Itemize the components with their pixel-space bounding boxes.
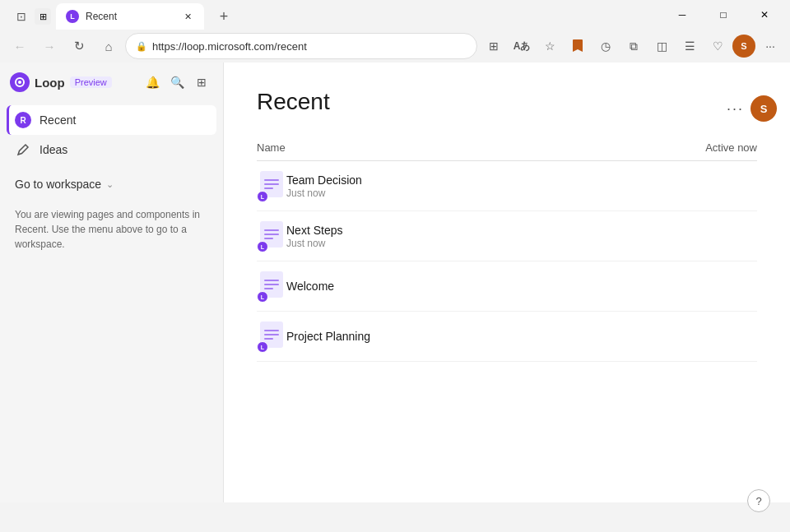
loop-logo — [10, 72, 30, 92]
sidebar-item-ideas[interactable]: Ideas — [7, 135, 216, 164]
sidebar-item-recent[interactable]: R Recent — [7, 105, 216, 135]
file-time: Just now — [286, 187, 757, 199]
sidebar-header: Loop Preview 🔔 🔍 ⊞ — [0, 62, 223, 102]
file-info: Team Decision Just now — [286, 173, 757, 199]
active-tab[interactable]: L Recent ✕ — [56, 3, 204, 30]
file-info: Next Steps Just now — [286, 224, 757, 249]
sidebar-description: You are viewing pages and components in … — [0, 197, 223, 261]
app-name: Loop — [35, 76, 65, 90]
file-row[interactable]: L Team Decision Just now — [257, 161, 757, 211]
recent-icon: R — [15, 112, 31, 128]
preview-badge: Preview — [70, 76, 112, 88]
file-icon: L — [257, 322, 286, 351]
title-bar: ⊡ ⊞ L Recent ✕ + ─ □ ✕ — [0, 0, 790, 30]
favorite-icon[interactable]: ☆ — [537, 33, 563, 59]
address-bar-row: ← → ↻ ⌂ 🔒 https://loop.microsoft.com/rec… — [0, 30, 790, 62]
file-name: Next Steps — [286, 224, 757, 237]
file-row[interactable]: L Project Planning — [257, 312, 757, 362]
back-button[interactable]: ← — [7, 33, 33, 59]
file-name: Project Planning — [286, 330, 757, 343]
lock-icon: 🔒 — [136, 41, 147, 52]
more-tools-button[interactable]: ··· — [757, 33, 783, 59]
sidebar-icon[interactable]: ☰ — [676, 33, 703, 59]
tab-favicon: L — [66, 10, 79, 23]
sidebar-navigation: R Recent Ideas — [0, 102, 223, 168]
file-name: Team Decision — [286, 173, 757, 187]
go-to-workspace-button[interactable]: Go to workspace ⌄ — [0, 171, 223, 197]
address-bar[interactable]: 🔒 https://loop.microsoft.com/recent — [125, 33, 477, 59]
file-row[interactable]: L Next Steps Just now — [257, 211, 757, 261]
recent-label: Recent — [40, 113, 76, 127]
grid-view-button[interactable]: ⊞ — [190, 71, 213, 94]
browser-favorites-icon[interactable]: ♡ — [704, 33, 731, 59]
profile-button[interactable]: S — [732, 35, 755, 58]
notifications-button[interactable]: 🔔 — [141, 71, 164, 94]
file-info: Welcome — [286, 280, 757, 294]
tab-close-button[interactable]: ✕ — [181, 10, 194, 23]
search-button[interactable]: 🔍 — [165, 71, 188, 94]
workspaces-icon[interactable]: ⊞ — [35, 8, 51, 25]
file-info: Project Planning — [286, 330, 757, 344]
tab-groups-icon[interactable]: ⊡ — [13, 7, 30, 26]
app-header: ··· S — [224, 92, 790, 125]
forward-button[interactable]: → — [36, 33, 63, 59]
url-text: https://loop.microsoft.com/recent — [152, 40, 307, 53]
go-to-workspace-label: Go to workspace — [15, 178, 101, 191]
minimize-button[interactable]: ─ — [663, 2, 701, 28]
sidebar: Loop Preview 🔔 🔍 ⊞ R Recent Ideas — [0, 62, 224, 502]
name-column-header: Name — [257, 141, 286, 154]
help-button[interactable]: ? — [747, 489, 770, 512]
file-icon: L — [257, 271, 286, 301]
collections-icon[interactable]: ◫ — [648, 33, 675, 59]
bookmark-icon[interactable] — [565, 33, 591, 59]
translate-icon[interactable]: Aあ — [509, 33, 535, 59]
chevron-down-icon: ⌄ — [106, 179, 114, 190]
file-icon: L — [257, 221, 286, 251]
split-view-icon[interactable]: ⧉ — [620, 33, 647, 59]
sidebar-actions: 🔔 🔍 ⊞ — [141, 71, 213, 94]
browser-chrome: ⊡ ⊞ L Recent ✕ + ─ □ ✕ — [0, 0, 790, 62]
home-button[interactable]: ⌂ — [95, 33, 122, 59]
table-header: Name Active now — [257, 135, 757, 161]
file-time: Just now — [286, 238, 757, 249]
file-icon: L — [257, 171, 286, 201]
close-button[interactable]: ✕ — [746, 2, 783, 28]
main-content: ··· S Recent Name Active now L — [224, 62, 790, 502]
browser-toolbar: ⊞ Aあ ☆ ◷ ⧉ ◫ ☰ ♡ S ··· — [481, 33, 783, 59]
svg-point-1 — [18, 81, 21, 84]
files-list: L Team Decision Just now L Nex — [257, 161, 757, 362]
file-row[interactable]: L Welcome — [257, 261, 757, 312]
ideas-icon — [15, 141, 31, 158]
tab-title: Recent — [86, 11, 117, 22]
maximize-button[interactable]: □ — [704, 2, 742, 28]
refresh-button[interactable]: ↻ — [66, 33, 92, 59]
app-container: Loop Preview 🔔 🔍 ⊞ R Recent Ideas — [0, 62, 790, 502]
active-column-header: Active now — [705, 141, 757, 154]
user-avatar[interactable]: S — [750, 95, 777, 122]
ideas-label: Ideas — [40, 143, 67, 156]
window-controls: ─ □ ✕ — [663, 2, 783, 28]
more-options-button[interactable]: ··· — [727, 100, 744, 118]
history-icon[interactable]: ◷ — [592, 33, 619, 59]
file-name: Welcome — [286, 280, 757, 293]
extensions-icon[interactable]: ⊞ — [481, 33, 507, 59]
new-tab-button[interactable]: + — [212, 5, 235, 28]
